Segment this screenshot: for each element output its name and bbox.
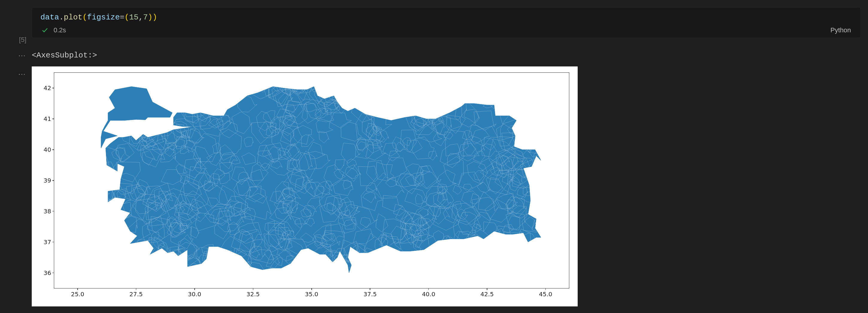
notebook: [5] data.plot(figsize=(15,7)) 0.2s Pytho… — [0, 0, 868, 307]
code-cell: [5] data.plot(figsize=(15,7)) 0.2s Pytho… — [0, 0, 868, 44]
output-gutter-2[interactable]: … — [7, 62, 26, 77]
output-gutter[interactable]: … — [7, 44, 26, 58]
ellipsis-icon: … — [18, 68, 26, 77]
ellipsis-icon: … — [18, 49, 26, 58]
cell-status-bar: 0.2s Python — [40, 23, 852, 38]
elapsed-time: 0.2s — [54, 26, 66, 34]
plot-axes: 3637383940414225.027.530.032.535.037.540… — [54, 72, 569, 288]
code-input[interactable]: data.plot(figsize=(15,7)) 0.2s Python — [32, 7, 861, 38]
plot-output: 3637383940414225.027.530.032.535.037.540… — [32, 66, 578, 306]
turkey-map — [54, 73, 569, 288]
exec-count-gutter: [5] — [7, 0, 26, 44]
text-output-row: … <AxesSubplot:> — [0, 44, 868, 62]
plot-output-row: … 3637383940414225.027.530.032.535.037.5… — [0, 62, 868, 307]
code-line: data.plot(figsize=(15,7)) — [40, 12, 852, 23]
checkmark-icon — [41, 27, 48, 33]
repr-output: <AxesSubplot:> — [32, 44, 861, 62]
language-label: Python — [831, 26, 851, 34]
exec-count: [5] — [19, 36, 26, 44]
